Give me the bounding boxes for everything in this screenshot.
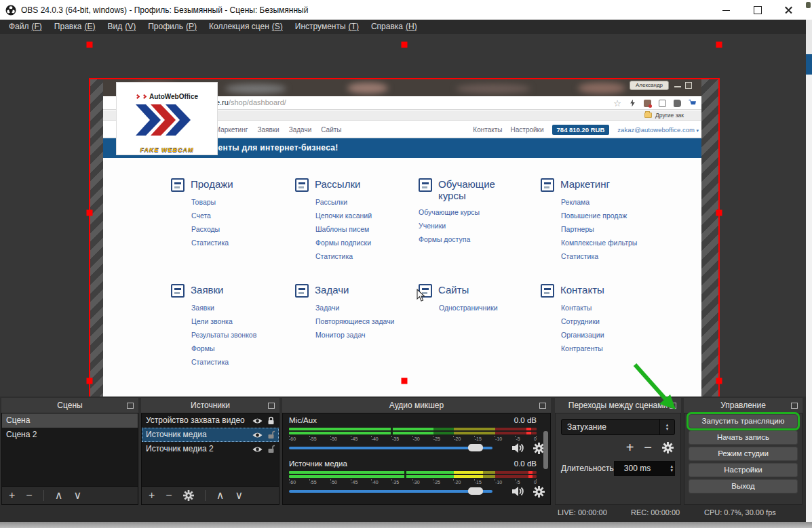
- minimize-button[interactable]: [721, 5, 732, 16]
- nav-sites[interactable]: Сайты: [321, 126, 341, 134]
- visibility-icon[interactable]: [252, 446, 263, 453]
- browser-minimize-icon[interactable]: [674, 82, 681, 87]
- link[interactable]: Монитор задач: [315, 331, 402, 339]
- scene-up-button[interactable]: ∧: [55, 490, 63, 501]
- selection-handle[interactable]: [402, 378, 408, 384]
- menu-scene-collection[interactable]: Коллекция сценS: [203, 20, 289, 34]
- selection-handle[interactable]: [87, 210, 93, 216]
- channel-settings-icon[interactable]: [533, 486, 545, 497]
- link[interactable]: Расходы: [191, 225, 278, 233]
- link[interactable]: Формы подписки: [315, 239, 402, 247]
- link[interactable]: Статистика: [315, 252, 402, 260]
- volume-slider-handle[interactable]: [468, 444, 483, 451]
- volume-slider-handle[interactable]: [468, 487, 483, 495]
- lock-open-icon[interactable]: [267, 430, 275, 439]
- url-text[interactable]: ice.ru/shop/dashboard/: [210, 98, 286, 106]
- link[interactable]: Товары: [191, 198, 278, 206]
- selection-handle[interactable]: [87, 42, 93, 48]
- extension-icon[interactable]: [644, 100, 651, 107]
- link[interactable]: Одностраничники: [439, 304, 526, 312]
- source-up-button[interactable]: ∧: [216, 490, 225, 501]
- nav-leads[interactable]: Заявки: [257, 126, 279, 134]
- remove-scene-button[interactable]: −: [26, 490, 32, 501]
- source-down-button[interactable]: ∨: [235, 490, 243, 501]
- captured-video[interactable]: Александр ice.ru/shop/dashboard/ ☆: [90, 79, 719, 415]
- add-source-button[interactable]: +: [149, 490, 155, 501]
- link[interactable]: Цели звонка: [191, 317, 278, 325]
- maximize-button[interactable]: [752, 5, 763, 16]
- studio-mode-button[interactable]: Режим студии: [689, 447, 798, 461]
- lock-closed-icon[interactable]: [267, 416, 275, 425]
- start-streaming-button[interactable]: Запустить трансляцию: [689, 414, 798, 428]
- menu-tools[interactable]: ИнструментыT: [289, 20, 365, 34]
- menu-view[interactable]: ВидV: [101, 20, 142, 34]
- controls-header[interactable]: Управление: [684, 398, 803, 413]
- screenshot-icon[interactable]: [659, 100, 666, 107]
- mixer-scrollbar[interactable]: [543, 431, 548, 469]
- link[interactable]: Ученики: [419, 222, 507, 230]
- lock-open-icon[interactable]: [267, 445, 275, 453]
- link[interactable]: Повышение продаж: [561, 211, 648, 220]
- link[interactable]: Статистика: [191, 358, 278, 366]
- link[interactable]: Сотрудники: [561, 317, 648, 325]
- scenes-header[interactable]: Сцены: [1, 398, 138, 413]
- link[interactable]: Статистика: [191, 239, 278, 247]
- link[interactable]: Повторяющиеся задачи: [315, 317, 402, 325]
- link[interactable]: Результаты звонков: [191, 331, 278, 339]
- selection-handle[interactable]: [716, 42, 722, 48]
- source-item[interactable]: Источник медиа 2: [142, 442, 279, 456]
- bookmark-star-icon[interactable]: ☆: [613, 99, 621, 108]
- browser-user-button[interactable]: Александр: [630, 81, 669, 90]
- nav-tasks[interactable]: Задачи: [289, 126, 312, 134]
- preview-canvas[interactable]: Александр ice.ru/shop/dashboard/ ☆: [0, 34, 806, 397]
- settings-button[interactable]: Настройки: [689, 463, 798, 477]
- link[interactable]: Формы: [191, 344, 278, 352]
- link[interactable]: Задачи: [315, 304, 402, 312]
- account-email[interactable]: zakaz@autoweboffice.com ▾: [617, 126, 699, 134]
- selection-handle[interactable]: [402, 42, 408, 48]
- remove-transition-button[interactable]: −: [644, 441, 652, 454]
- popout-icon[interactable]: [792, 403, 798, 407]
- link[interactable]: Контрагенты: [561, 344, 648, 352]
- transitions-header[interactable]: Переходы между сценами: [555, 398, 681, 413]
- link[interactable]: Организации: [561, 331, 648, 339]
- browser-maximize-icon[interactable]: [685, 82, 692, 89]
- source-properties-button[interactable]: [183, 490, 194, 501]
- source-item[interactable]: Источник медиа: [142, 428, 279, 442]
- start-recording-button[interactable]: Начать запись: [689, 430, 798, 445]
- sources-header[interactable]: Источники: [141, 398, 279, 413]
- nav-settings[interactable]: Настройки: [511, 126, 544, 134]
- volume-slider[interactable]: [289, 490, 492, 493]
- menu-file[interactable]: ФайлF: [3, 20, 48, 34]
- link[interactable]: Счета: [191, 211, 278, 220]
- add-scene-button[interactable]: +: [9, 490, 15, 501]
- popout-icon[interactable]: [269, 403, 275, 407]
- remove-source-button[interactable]: −: [166, 490, 172, 501]
- link[interactable]: Статистика: [561, 252, 648, 260]
- visibility-icon[interactable]: [252, 432, 263, 439]
- popout-icon[interactable]: [671, 403, 676, 407]
- link[interactable]: Заявки: [191, 304, 278, 312]
- menu-profile[interactable]: ПрофильP: [142, 20, 203, 34]
- link[interactable]: Шаблоны писем: [315, 225, 402, 233]
- visibility-icon[interactable]: [252, 418, 263, 424]
- other-bookmarks[interactable]: Другие зак: [644, 112, 684, 119]
- exit-button[interactable]: Выход: [689, 479, 798, 493]
- duration-spinbox[interactable]: 300 ms ▴▾: [614, 461, 675, 476]
- cart-icon[interactable]: [689, 100, 696, 107]
- source-item[interactable]: Устройство захвата видео: [142, 413, 279, 428]
- link[interactable]: Рассылки: [315, 198, 402, 206]
- mixer-header[interactable]: Аудио микшер: [282, 398, 551, 413]
- webcam-overlay[interactable]: AutoWebOffice FAKE WEBCAM: [117, 83, 217, 155]
- link[interactable]: Обучающие курсы: [419, 208, 507, 216]
- nav-contacts[interactable]: Контакты: [473, 126, 502, 134]
- scene-item[interactable]: Сцена: [2, 413, 138, 428]
- menu-edit[interactable]: ПравкаE: [48, 20, 102, 34]
- nav-marketing[interactable]: Маркетинг: [215, 126, 248, 134]
- link[interactable]: Партнеры: [561, 225, 648, 233]
- transition-properties-button[interactable]: [662, 442, 674, 453]
- popout-icon[interactable]: [541, 403, 546, 407]
- selection-handle[interactable]: [87, 378, 93, 384]
- link[interactable]: Формы доступа: [419, 235, 507, 243]
- close-button[interactable]: [784, 5, 794, 16]
